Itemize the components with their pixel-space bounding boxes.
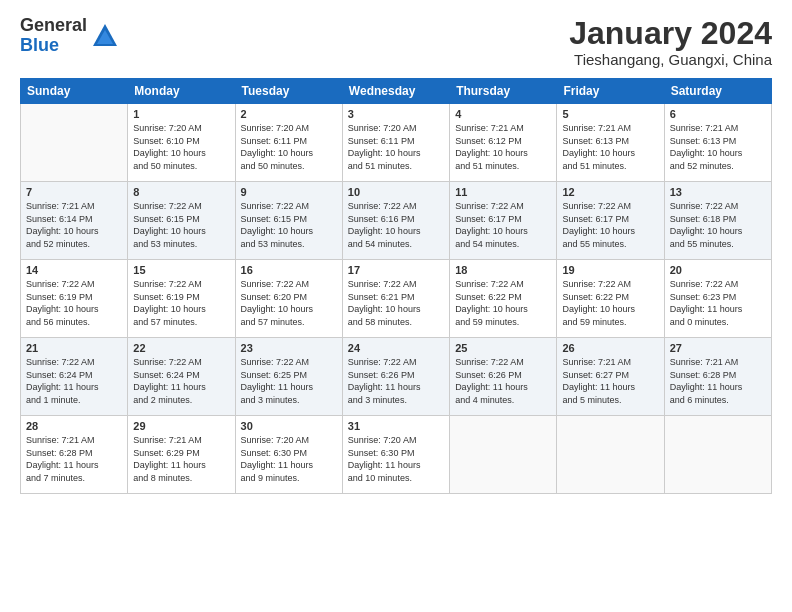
- calendar-cell: 4Sunrise: 7:21 AM Sunset: 6:12 PM Daylig…: [450, 104, 557, 182]
- day-info: Sunrise: 7:22 AM Sunset: 6:23 PM Dayligh…: [670, 278, 766, 328]
- calendar-page: General Blue January 2024 Tieshangang, G…: [0, 0, 792, 612]
- day-info: Sunrise: 7:22 AM Sunset: 6:21 PM Dayligh…: [348, 278, 444, 328]
- day-number: 15: [133, 264, 229, 276]
- calendar-cell: 16Sunrise: 7:22 AM Sunset: 6:20 PM Dayli…: [235, 260, 342, 338]
- day-info: Sunrise: 7:21 AM Sunset: 6:27 PM Dayligh…: [562, 356, 658, 406]
- day-number: 20: [670, 264, 766, 276]
- calendar-cell: 14Sunrise: 7:22 AM Sunset: 6:19 PM Dayli…: [21, 260, 128, 338]
- day-info: Sunrise: 7:21 AM Sunset: 6:12 PM Dayligh…: [455, 122, 551, 172]
- day-info: Sunrise: 7:20 AM Sunset: 6:10 PM Dayligh…: [133, 122, 229, 172]
- day-number: 14: [26, 264, 122, 276]
- calendar-cell: 26Sunrise: 7:21 AM Sunset: 6:27 PM Dayli…: [557, 338, 664, 416]
- calendar-cell: 1Sunrise: 7:20 AM Sunset: 6:10 PM Daylig…: [128, 104, 235, 182]
- day-number: 7: [26, 186, 122, 198]
- calendar-cell: 21Sunrise: 7:22 AM Sunset: 6:24 PM Dayli…: [21, 338, 128, 416]
- calendar-cell: 24Sunrise: 7:22 AM Sunset: 6:26 PM Dayli…: [342, 338, 449, 416]
- calendar-cell: 8Sunrise: 7:22 AM Sunset: 6:15 PM Daylig…: [128, 182, 235, 260]
- calendar-week-3: 21Sunrise: 7:22 AM Sunset: 6:24 PM Dayli…: [21, 338, 772, 416]
- calendar-cell: [450, 416, 557, 494]
- day-number: 11: [455, 186, 551, 198]
- day-number: 17: [348, 264, 444, 276]
- calendar-cell: 5Sunrise: 7:21 AM Sunset: 6:13 PM Daylig…: [557, 104, 664, 182]
- day-number: 9: [241, 186, 337, 198]
- calendar-cell: 25Sunrise: 7:22 AM Sunset: 6:26 PM Dayli…: [450, 338, 557, 416]
- day-info: Sunrise: 7:22 AM Sunset: 6:15 PM Dayligh…: [241, 200, 337, 250]
- calendar-cell: 2Sunrise: 7:20 AM Sunset: 6:11 PM Daylig…: [235, 104, 342, 182]
- calendar-cell: 19Sunrise: 7:22 AM Sunset: 6:22 PM Dayli…: [557, 260, 664, 338]
- day-info: Sunrise: 7:20 AM Sunset: 6:30 PM Dayligh…: [348, 434, 444, 484]
- calendar-week-4: 28Sunrise: 7:21 AM Sunset: 6:28 PM Dayli…: [21, 416, 772, 494]
- day-info: Sunrise: 7:22 AM Sunset: 6:22 PM Dayligh…: [562, 278, 658, 328]
- day-info: Sunrise: 7:22 AM Sunset: 6:20 PM Dayligh…: [241, 278, 337, 328]
- col-header-saturday: Saturday: [664, 79, 771, 104]
- day-info: Sunrise: 7:20 AM Sunset: 6:11 PM Dayligh…: [241, 122, 337, 172]
- col-header-sunday: Sunday: [21, 79, 128, 104]
- calendar-cell: 29Sunrise: 7:21 AM Sunset: 6:29 PM Dayli…: [128, 416, 235, 494]
- calendar-cell: 11Sunrise: 7:22 AM Sunset: 6:17 PM Dayli…: [450, 182, 557, 260]
- day-info: Sunrise: 7:22 AM Sunset: 6:16 PM Dayligh…: [348, 200, 444, 250]
- day-number: 3: [348, 108, 444, 120]
- calendar-cell: 10Sunrise: 7:22 AM Sunset: 6:16 PM Dayli…: [342, 182, 449, 260]
- day-number: 4: [455, 108, 551, 120]
- day-info: Sunrise: 7:21 AM Sunset: 6:14 PM Dayligh…: [26, 200, 122, 250]
- day-number: 27: [670, 342, 766, 354]
- day-number: 13: [670, 186, 766, 198]
- calendar-cell: 18Sunrise: 7:22 AM Sunset: 6:22 PM Dayli…: [450, 260, 557, 338]
- day-info: Sunrise: 7:22 AM Sunset: 6:17 PM Dayligh…: [455, 200, 551, 250]
- day-info: Sunrise: 7:22 AM Sunset: 6:17 PM Dayligh…: [562, 200, 658, 250]
- calendar-cell: 27Sunrise: 7:21 AM Sunset: 6:28 PM Dayli…: [664, 338, 771, 416]
- calendar-header: SundayMondayTuesdayWednesdayThursdayFrid…: [21, 79, 772, 104]
- day-number: 10: [348, 186, 444, 198]
- day-number: 29: [133, 420, 229, 432]
- day-info: Sunrise: 7:21 AM Sunset: 6:28 PM Dayligh…: [670, 356, 766, 406]
- day-number: 6: [670, 108, 766, 120]
- day-info: Sunrise: 7:22 AM Sunset: 6:24 PM Dayligh…: [133, 356, 229, 406]
- calendar-cell: 17Sunrise: 7:22 AM Sunset: 6:21 PM Dayli…: [342, 260, 449, 338]
- day-number: 24: [348, 342, 444, 354]
- day-info: Sunrise: 7:20 AM Sunset: 6:11 PM Dayligh…: [348, 122, 444, 172]
- calendar-cell: 23Sunrise: 7:22 AM Sunset: 6:25 PM Dayli…: [235, 338, 342, 416]
- day-number: 23: [241, 342, 337, 354]
- day-number: 31: [348, 420, 444, 432]
- day-number: 5: [562, 108, 658, 120]
- location: Tieshangang, Guangxi, China: [569, 51, 772, 68]
- day-info: Sunrise: 7:21 AM Sunset: 6:28 PM Dayligh…: [26, 434, 122, 484]
- calendar-cell: 31Sunrise: 7:20 AM Sunset: 6:30 PM Dayli…: [342, 416, 449, 494]
- day-number: 18: [455, 264, 551, 276]
- col-header-wednesday: Wednesday: [342, 79, 449, 104]
- logo: General Blue: [20, 16, 119, 56]
- col-header-thursday: Thursday: [450, 79, 557, 104]
- calendar-cell: 28Sunrise: 7:21 AM Sunset: 6:28 PM Dayli…: [21, 416, 128, 494]
- calendar-week-1: 7Sunrise: 7:21 AM Sunset: 6:14 PM Daylig…: [21, 182, 772, 260]
- calendar-cell: [21, 104, 128, 182]
- day-info: Sunrise: 7:22 AM Sunset: 6:18 PM Dayligh…: [670, 200, 766, 250]
- day-number: 12: [562, 186, 658, 198]
- day-info: Sunrise: 7:22 AM Sunset: 6:19 PM Dayligh…: [133, 278, 229, 328]
- calendar-table: SundayMondayTuesdayWednesdayThursdayFrid…: [20, 78, 772, 494]
- day-info: Sunrise: 7:22 AM Sunset: 6:22 PM Dayligh…: [455, 278, 551, 328]
- month-title: January 2024: [569, 16, 772, 51]
- calendar-cell: 3Sunrise: 7:20 AM Sunset: 6:11 PM Daylig…: [342, 104, 449, 182]
- day-number: 19: [562, 264, 658, 276]
- day-info: Sunrise: 7:21 AM Sunset: 6:13 PM Dayligh…: [670, 122, 766, 172]
- calendar-cell: 12Sunrise: 7:22 AM Sunset: 6:17 PM Dayli…: [557, 182, 664, 260]
- day-number: 1: [133, 108, 229, 120]
- col-header-friday: Friday: [557, 79, 664, 104]
- day-info: Sunrise: 7:20 AM Sunset: 6:30 PM Dayligh…: [241, 434, 337, 484]
- day-info: Sunrise: 7:22 AM Sunset: 6:15 PM Dayligh…: [133, 200, 229, 250]
- calendar-cell: 9Sunrise: 7:22 AM Sunset: 6:15 PM Daylig…: [235, 182, 342, 260]
- col-header-tuesday: Tuesday: [235, 79, 342, 104]
- day-info: Sunrise: 7:22 AM Sunset: 6:25 PM Dayligh…: [241, 356, 337, 406]
- calendar-cell: 22Sunrise: 7:22 AM Sunset: 6:24 PM Dayli…: [128, 338, 235, 416]
- day-number: 22: [133, 342, 229, 354]
- calendar-week-2: 14Sunrise: 7:22 AM Sunset: 6:19 PM Dayli…: [21, 260, 772, 338]
- day-number: 8: [133, 186, 229, 198]
- day-info: Sunrise: 7:22 AM Sunset: 6:19 PM Dayligh…: [26, 278, 122, 328]
- title-block: January 2024 Tieshangang, Guangxi, China: [569, 16, 772, 68]
- calendar-cell: [557, 416, 664, 494]
- logo-icon: [91, 22, 119, 50]
- calendar-cell: 7Sunrise: 7:21 AM Sunset: 6:14 PM Daylig…: [21, 182, 128, 260]
- day-info: Sunrise: 7:21 AM Sunset: 6:13 PM Dayligh…: [562, 122, 658, 172]
- logo-general: General: [20, 16, 87, 36]
- day-info: Sunrise: 7:22 AM Sunset: 6:26 PM Dayligh…: [348, 356, 444, 406]
